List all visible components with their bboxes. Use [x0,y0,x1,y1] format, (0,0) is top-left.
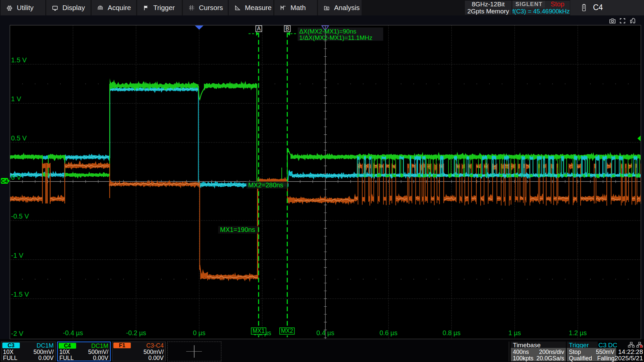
svg-text:-0.5 V: -0.5 V [11,213,29,220]
svg-text:0.8 µs: 0.8 µs [443,329,461,337]
svg-text:1.5 V: 1.5 V [11,56,27,64]
svg-text:0 V: 0 V [11,174,21,181]
svg-text:MX2=280ns: MX2=280ns [248,181,283,189]
svg-text:MX1: MX1 [253,327,265,334]
svg-text:C4: C4 [1,178,8,184]
svg-text:1 V: 1 V [11,95,21,103]
svg-text:1 µs: 1 µs [508,329,521,337]
svg-text:A: A [257,26,261,32]
svg-text:-1 V: -1 V [11,252,23,259]
svg-text:-2 V: -2 V [11,330,23,337]
svg-text:0.5 V: 0.5 V [11,134,27,142]
svg-text:-0.4 µs: -0.4 µs [63,329,83,337]
svg-text:ΔX(MX2-MX1)=90ns: ΔX(MX2-MX1)=90ns [299,28,356,35]
svg-text:MX1=190ns: MX1=190ns [220,226,255,233]
svg-text:1/ΔX(MX2-MX1)=11.1MHz: 1/ΔX(MX2-MX1)=11.1MHz [299,34,372,41]
svg-text:-0.2 µs: -0.2 µs [126,329,146,337]
svg-text:-1.5 V: -1.5 V [11,291,29,298]
svg-text:0.6 µs: 0.6 µs [379,329,397,337]
svg-text:0.4 µs: 0.4 µs [316,329,334,337]
svg-text:0 µs: 0 µs [193,329,205,337]
svg-text:MX2: MX2 [281,327,293,334]
svg-text:1.2 µs: 1.2 µs [569,329,587,337]
svg-text:B: B [285,26,289,32]
